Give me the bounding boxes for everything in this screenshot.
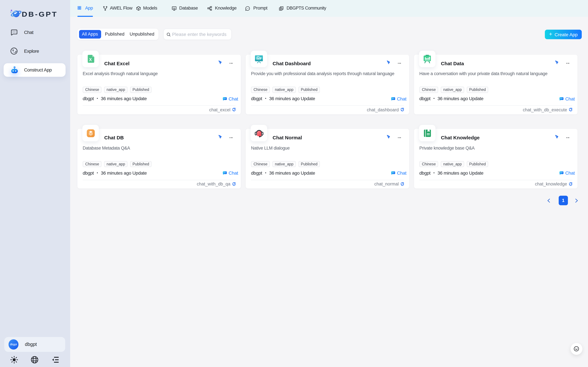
- svg-text:SQL: SQL: [173, 7, 176, 9]
- svg-text:X: X: [89, 57, 92, 62]
